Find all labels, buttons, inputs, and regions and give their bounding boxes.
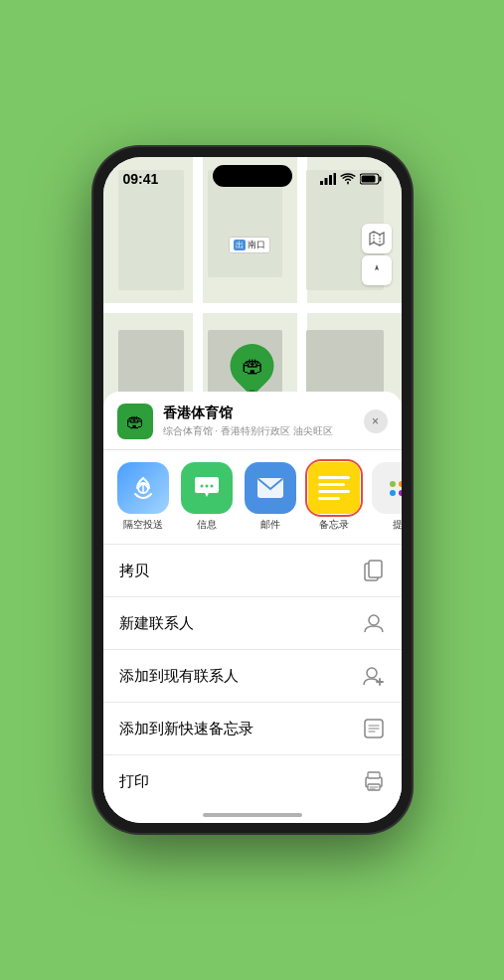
- notes-lines: [318, 476, 350, 500]
- map-label: 出 南口: [229, 237, 270, 253]
- svg-rect-18: [368, 772, 380, 778]
- share-mail[interactable]: 邮件: [245, 462, 296, 532]
- message-label: 信息: [197, 518, 217, 532]
- print-label: 打印: [119, 772, 149, 791]
- mail-icon-box: [245, 462, 296, 514]
- status-icons: [320, 173, 382, 185]
- svg-point-9: [205, 485, 208, 488]
- map-label-tag: 出: [234, 240, 246, 250]
- quick-notes-icon: [362, 717, 386, 740]
- phone-screen: 09:41: [103, 157, 402, 823]
- road-h2: [103, 303, 402, 313]
- notes-line-1: [318, 476, 350, 479]
- share-more[interactable]: 提: [372, 462, 402, 532]
- copy-svg: [364, 560, 384, 581]
- location-icon: [370, 263, 384, 277]
- svg-rect-13: [369, 561, 382, 577]
- map-type-button[interactable]: [362, 224, 392, 253]
- venue-header: 🏟 香港体育馆 综合体育馆 · 香港特别行政区 油尖旺区 ×: [103, 404, 402, 450]
- venue-info: 香港体育馆 综合体育馆 · 香港特别行政区 油尖旺区: [163, 405, 354, 438]
- add-contact-label: 添加到现有联系人: [119, 667, 239, 686]
- dot-r: [390, 481, 396, 487]
- close-button[interactable]: ×: [364, 409, 388, 433]
- airdrop-icon: [129, 474, 157, 502]
- more-label: 提: [393, 518, 402, 532]
- svg-rect-0: [320, 181, 323, 185]
- mail-label: 邮件: [260, 518, 280, 532]
- action-quick-notes[interactable]: 添加到新快速备忘录: [103, 703, 402, 755]
- notes-highlight-wrapper: [308, 462, 360, 514]
- print-icon: [362, 769, 386, 793]
- battery-icon: [360, 173, 382, 185]
- dot-o: [399, 481, 402, 487]
- airdrop-icon-box: [117, 462, 169, 514]
- action-print[interactable]: 打印: [103, 755, 402, 807]
- venue-name: 香港体育馆: [163, 405, 354, 422]
- svg-point-15: [367, 668, 377, 678]
- wifi-icon: [340, 173, 356, 185]
- share-notes[interactable]: 备忘录: [308, 462, 360, 532]
- mail-icon: [256, 477, 284, 499]
- message-icon: [193, 475, 221, 501]
- home-indicator: [203, 813, 302, 817]
- notes-icon-box: [308, 462, 360, 514]
- svg-rect-1: [324, 178, 327, 185]
- location-button[interactable]: [362, 255, 392, 285]
- svg-point-14: [369, 615, 379, 625]
- venue-subtitle: 综合体育馆 · 香港特别行政区 油尖旺区: [163, 424, 354, 438]
- quick-notes-svg: [364, 719, 384, 738]
- map-label-text: 南口: [248, 239, 265, 251]
- svg-point-10: [210, 485, 213, 488]
- copy-label: 拷贝: [119, 562, 149, 580]
- airdrop-label: 隔空投送: [123, 518, 163, 532]
- more-icon-box: [372, 462, 402, 514]
- notes-line-2: [318, 483, 345, 486]
- dot-b: [390, 490, 396, 496]
- action-copy[interactable]: 拷贝: [103, 545, 402, 597]
- dot-p: [399, 490, 402, 496]
- bottom-sheet: 🏟 香港体育馆 综合体育馆 · 香港特别行政区 油尖旺区 ×: [103, 392, 402, 823]
- notes-line-4: [318, 497, 340, 500]
- message-icon-box: [181, 462, 233, 514]
- new-contact-icon: [362, 611, 386, 635]
- svg-rect-6: [361, 176, 375, 183]
- svg-point-8: [200, 485, 203, 488]
- share-row: 隔空投送 信息: [103, 450, 402, 544]
- action-list: 拷贝 新建联系人: [103, 544, 402, 807]
- pin-shape: 🏟: [221, 334, 282, 396]
- add-contact-svg: [363, 665, 385, 687]
- map-type-icon: [369, 231, 385, 246]
- more-dots-row2: [390, 490, 402, 496]
- pin-emoji: 🏟: [242, 353, 263, 379]
- block7: [118, 330, 184, 397]
- action-add-contact[interactable]: 添加到现有联系人: [103, 650, 402, 703]
- block9: [306, 330, 384, 397]
- dynamic-island: [213, 165, 292, 187]
- share-airdrop[interactable]: 隔空投送: [117, 462, 169, 532]
- copy-icon: [362, 559, 386, 582]
- svg-rect-2: [329, 175, 332, 185]
- quick-notes-label: 添加到新快速备忘录: [119, 720, 253, 738]
- signal-icon: [320, 173, 336, 185]
- more-dots: [390, 481, 402, 496]
- share-messages[interactable]: 信息: [181, 462, 233, 532]
- svg-rect-5: [379, 177, 381, 182]
- new-contact-svg: [363, 612, 385, 634]
- map-controls: [362, 224, 392, 285]
- more-dots-row1: [390, 481, 402, 487]
- phone-frame: 09:41: [93, 147, 412, 833]
- add-contact-icon: [362, 664, 386, 688]
- status-time: 09:41: [123, 171, 159, 187]
- new-contact-label: 新建联系人: [119, 614, 194, 633]
- svg-rect-3: [333, 173, 336, 185]
- action-new-contact[interactable]: 新建联系人: [103, 597, 402, 650]
- notes-label: 备忘录: [319, 518, 349, 532]
- notes-line-3: [318, 490, 350, 493]
- venue-icon: 🏟: [117, 404, 153, 439]
- print-svg: [363, 771, 385, 791]
